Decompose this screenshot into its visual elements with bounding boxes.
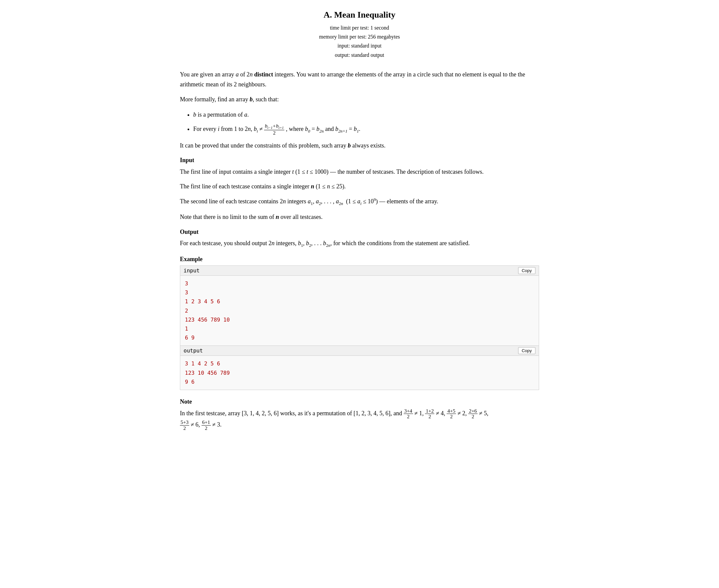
note-frac-4: 2+62 (468, 408, 478, 420)
output-block-header: output Copy (180, 346, 539, 356)
example-label: Example (180, 256, 539, 263)
page-title: A. Mean Inequality (180, 10, 539, 20)
output-block-wrapper: output Copy 3 1 4 2 5 6 123 10 456 789 9… (180, 346, 539, 390)
formal-paragraph: More formally, find an array b, such tha… (180, 94, 539, 105)
intro-paragraph: You are given an array a of 2n distinct … (180, 69, 539, 90)
note-frac-6: 6+12 (202, 420, 211, 431)
output-type: output: standard output (180, 50, 539, 60)
input-block-label: input (184, 268, 200, 274)
output-section-title: Output (180, 227, 539, 237)
note-frac-5: 5+32 (180, 420, 189, 431)
input-line-2: The first line of each testcase contains… (180, 182, 539, 192)
proof-paragraph: It can be proved that under the constrai… (180, 141, 539, 151)
copy-output-button[interactable]: Copy (518, 347, 535, 354)
memory-limit: memory limit per test: 256 megabytes (180, 32, 539, 41)
input-block-header: input Copy (180, 266, 539, 276)
bullet-list: b is a permutation of a. For every i fro… (193, 109, 539, 136)
input-type: input: standard input (180, 41, 539, 50)
output-block-body: 3 1 4 2 5 6 123 10 456 789 9 6 (180, 356, 539, 390)
note-text: In the first testcase, array [3, 1, 4, 2… (180, 408, 539, 431)
output-block-label: output (184, 348, 203, 354)
note-frac-2: 1+22 (425, 408, 434, 420)
note-title: Note (180, 397, 539, 407)
time-limit: time limit per test: 1 second (180, 23, 539, 32)
meta-info: time limit per test: 1 second memory lim… (180, 23, 539, 60)
copy-input-button[interactable]: Copy (518, 267, 535, 274)
input-line-4: Note that there is no limit to the sum o… (180, 212, 539, 222)
input-block-wrapper: input Copy 3 3 1 2 3 4 5 6 2 123 456 789… (180, 266, 539, 346)
note-frac-1: 3+42 (404, 408, 413, 420)
problem-statement: You are given an array a of 2n distinct … (180, 69, 539, 249)
input-line-1: The first line of input contains a singl… (180, 167, 539, 177)
input-section-title: Input (180, 155, 539, 165)
note-frac-3: 4+52 (447, 408, 456, 420)
bullet-2: For every i from 1 to 2n, bi ≠ bi−1+bi+1… (193, 123, 539, 136)
fraction-formula: bi−1+bi+1 2 (264, 123, 284, 136)
input-line-3: The second line of each testcase contain… (180, 196, 539, 207)
output-line-1: For each testcase, you should output 2n … (180, 238, 539, 249)
note-section: Note In the first testcase, array [3, 1,… (180, 397, 539, 431)
input-block-body: 3 3 1 2 3 4 5 6 2 123 456 789 10 1 6 9 (180, 276, 539, 345)
bullet-1: b is a permutation of a. (193, 109, 539, 120)
